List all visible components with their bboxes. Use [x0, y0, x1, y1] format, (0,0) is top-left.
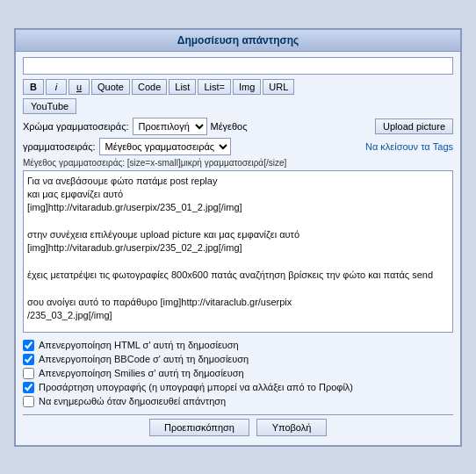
html-disable-checkbox[interactable] — [23, 340, 34, 351]
color-label: Χρώμα γραμματοσειράς: — [23, 121, 129, 132]
underline-button[interactable]: u — [69, 79, 90, 95]
code-button[interactable]: Code — [132, 79, 167, 95]
checkbox-row-4: Προσάρτηση υπογραφής (η υπογραφή μπορεί … — [23, 382, 453, 393]
font-label: γραμματοσειράς: — [23, 141, 96, 152]
upload-picture-button[interactable]: Upload picture — [375, 118, 453, 134]
italic-button[interactable]: i — [46, 79, 67, 95]
bottom-buttons: Προεπισκόπηση Υποβολή — [23, 414, 453, 440]
bbcode-disable-checkbox[interactable] — [23, 354, 34, 365]
bold-button[interactable]: B — [23, 79, 44, 95]
font-row: γραμματοσειράς: Μέγεθος γραμματοσειράς Ν… — [23, 138, 453, 155]
list-equal-button[interactable]: List= — [198, 79, 231, 95]
youtube-button[interactable]: YouTube — [23, 98, 76, 114]
dialog-body: B i u Quote Code List List= Img URL YouT… — [16, 52, 460, 445]
size-hint: Μέγεθος γραμματοσειράς: [size=x-small]μι… — [23, 158, 453, 168]
checkbox-row-3: Απενεργοποίηση Smilies σ' αυτή τη δημοσί… — [23, 368, 453, 379]
close-tags-link[interactable]: Να κλείσουν τα Tags — [365, 141, 453, 152]
checkbox-row-5: Να ενημερωθώ όταν δημοσιευθεί απάντηση — [23, 396, 453, 407]
bbcode-disable-label: Απενεργοποίηση BBCode σ' αυτή τη δημοσίε… — [39, 354, 249, 364]
checkbox-row-2: Απενεργοποίηση BBCode σ' αυτή τη δημοσίε… — [23, 354, 453, 365]
dialog-container: Δημοσίευση απάντησης B i u Quote Code Li… — [14, 28, 462, 447]
message-textarea[interactable]: Για να ανεβάσουμε φώτο πατάμε post repla… — [23, 170, 453, 333]
smilies-disable-label: Απενεργοποίηση Smilies σ' αυτή τη δημοσί… — [39, 368, 244, 378]
subject-input[interactable] — [23, 57, 453, 75]
img-button[interactable]: Img — [233, 79, 261, 95]
list-button[interactable]: List — [169, 79, 196, 95]
signature-checkbox[interactable] — [23, 382, 34, 393]
html-disable-label: Απενεργοποίηση HTML σ' αυτή τη δημοσίευσ… — [39, 340, 239, 350]
url-button[interactable]: URL — [263, 79, 294, 95]
color-row: Χρώμα γραμματοσειράς: Προεπιλογή Μέγεθος… — [23, 118, 453, 135]
color-select[interactable]: Προεπιλογή — [133, 118, 207, 135]
quote-button[interactable]: Quote — [91, 79, 130, 95]
signature-label: Προσάρτηση υπογραφής (η υπογραφή μπορεί … — [39, 382, 353, 392]
size-label: Μέγεθος — [211, 121, 248, 132]
checkboxes-section: Απενεργοποίηση HTML σ' αυτή τη δημοσίευσ… — [23, 340, 453, 407]
submit-button[interactable]: Υποβολή — [256, 419, 327, 436]
font-select[interactable]: Μέγεθος γραμματοσειράς — [99, 138, 231, 155]
checkbox-row-1: Απενεργοποίηση HTML σ' αυτή τη δημοσίευσ… — [23, 340, 453, 351]
notify-checkbox[interactable] — [23, 396, 34, 407]
preview-button[interactable]: Προεπισκόπηση — [149, 419, 249, 436]
toolbar: B i u Quote Code List List= Img URL — [23, 79, 453, 95]
smilies-disable-checkbox[interactable] — [23, 368, 34, 379]
notify-label: Να ενημερωθώ όταν δημοσιευθεί απάντηση — [39, 396, 226, 406]
dialog-title: Δημοσίευση απάντησης — [16, 30, 460, 52]
